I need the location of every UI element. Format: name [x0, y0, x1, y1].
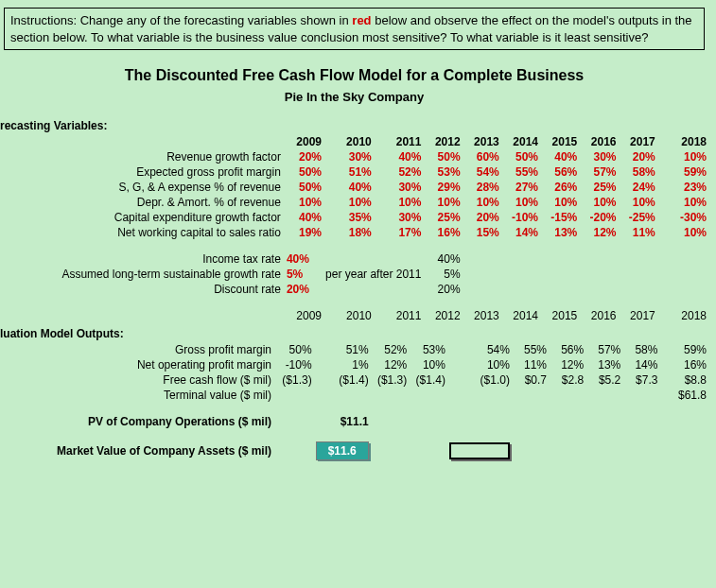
output-cell: ($1.3) — [275, 372, 314, 388]
forecast-cell[interactable]: 10% — [657, 149, 708, 164]
output-cell: 56% — [549, 342, 585, 357]
instructions-text-1: Instructions: Change any of the forecast… — [10, 13, 352, 27]
forecast-cell[interactable]: 25% — [579, 180, 618, 195]
forecast-cell[interactable]: 13% — [540, 225, 579, 240]
output-row: Gross profit margin50%51%52%53%54%55%56%… — [0, 342, 708, 357]
forecast-cell[interactable]: 56% — [540, 164, 579, 180]
forecast-cell[interactable]: -20% — [579, 210, 618, 225]
outputs-section-header: luation Model Outputs: — [0, 327, 708, 340]
forecast-cell[interactable]: 25% — [423, 210, 462, 225]
forecast-cell[interactable]: 53% — [423, 164, 462, 180]
forecast-cell[interactable]: 10% — [657, 225, 708, 240]
forecast-cell[interactable]: 35% — [323, 210, 374, 225]
output-cell: $2.8 — [549, 372, 585, 388]
row-label: Income tax rate — [0, 251, 285, 267]
forecast-cell[interactable]: 15% — [463, 225, 501, 240]
forecast-cell[interactable]: 20% — [285, 149, 323, 164]
pv-row: PV of Company Operations ($ mil) $11.1 — [0, 414, 708, 429]
forecast-cell[interactable]: 16% — [423, 225, 462, 240]
forecast-cell[interactable]: 10% — [323, 195, 374, 210]
assumption-note — [323, 282, 423, 297]
output-cell — [622, 388, 659, 403]
forecast-cell[interactable]: 24% — [619, 180, 657, 195]
assumption-row: Discount rate20%20% — [0, 282, 708, 297]
forecast-cell[interactable]: 26% — [540, 180, 579, 195]
year-header: 2018 — [657, 134, 708, 149]
forecast-cell[interactable]: 19% — [285, 225, 323, 240]
forecast-cell[interactable]: 40% — [374, 149, 424, 164]
year-header: 2017 — [619, 134, 657, 149]
assumption-value[interactable]: 40% — [285, 251, 323, 267]
forecast-cell[interactable]: 58% — [619, 164, 657, 180]
row-label: Free cash flow ($ mil) — [0, 372, 275, 388]
forecast-cell[interactable]: 29% — [423, 180, 462, 195]
forecast-cell[interactable]: 10% — [423, 195, 462, 210]
forecast-cell[interactable]: 10% — [374, 195, 424, 210]
forecast-cell[interactable]: 10% — [285, 195, 323, 210]
year-header-row-2: 2009 2010 2011 2012 2013 2014 2015 2016 … — [0, 308, 708, 323]
row-label: Discount rate — [0, 282, 285, 297]
forecast-cell[interactable]: 50% — [423, 149, 462, 164]
year-header: 2014 — [501, 134, 540, 149]
year-header: 2010 — [323, 134, 374, 149]
forecast-cell[interactable]: -30% — [657, 210, 708, 225]
forecast-cell[interactable]: 54% — [463, 164, 501, 180]
forecast-cell[interactable]: 10% — [463, 195, 501, 210]
output-cell: 54% — [447, 342, 512, 357]
forecast-cell[interactable]: 30% — [374, 210, 424, 225]
year-header-row: 2009 2010 2011 2012 2013 2014 2015 2016 … — [0, 134, 708, 149]
forecast-cell[interactable]: 28% — [463, 180, 501, 195]
forecast-cell[interactable]: 50% — [285, 164, 323, 180]
forecast-cell[interactable]: 60% — [463, 149, 501, 164]
year-header: 2010 — [323, 308, 374, 323]
row-label: Gross profit margin — [0, 342, 275, 357]
forecast-cell[interactable]: -25% — [619, 210, 657, 225]
forecast-cell[interactable]: -10% — [501, 210, 540, 225]
forecast-cell[interactable]: 14% — [501, 225, 540, 240]
output-cell: $61.8 — [659, 388, 708, 403]
forecast-cell[interactable]: -15% — [540, 210, 579, 225]
forecast-cell[interactable]: 30% — [579, 149, 618, 164]
output-cell: ($1.3) — [371, 372, 410, 388]
assumption-value[interactable]: 20% — [285, 282, 323, 297]
assumption-value[interactable]: 5% — [285, 267, 323, 282]
forecast-row: Depr. & Amort. % of revenue10%10%10%10%1… — [0, 195, 708, 210]
active-cell-cursor[interactable] — [449, 442, 510, 459]
year-header: 2009 — [285, 308, 323, 323]
forecast-cell[interactable]: 30% — [323, 149, 374, 164]
output-cell: $8.8 — [659, 372, 708, 388]
forecast-cell[interactable]: 52% — [374, 164, 424, 180]
forecast-cell[interactable]: 27% — [501, 180, 540, 195]
forecast-cell[interactable]: 23% — [657, 180, 708, 195]
year-header: 2015 — [540, 134, 579, 149]
forecast-cell[interactable]: 50% — [501, 149, 540, 164]
year-header: 2013 — [463, 308, 501, 323]
forecast-cell[interactable]: 55% — [501, 164, 540, 180]
forecast-cell[interactable]: 40% — [285, 210, 323, 225]
forecast-cell[interactable]: 10% — [501, 195, 540, 210]
forecast-cell[interactable]: 10% — [540, 195, 579, 210]
forecast-cell[interactable]: 59% — [657, 164, 708, 180]
forecast-cell[interactable]: 10% — [657, 195, 708, 210]
forecast-cell[interactable]: 17% — [374, 225, 424, 240]
forecast-cell[interactable]: 20% — [619, 149, 657, 164]
forecast-cell[interactable]: 51% — [323, 164, 374, 180]
row-label: Expected gross profit margin — [0, 164, 285, 180]
forecast-cell[interactable]: 20% — [463, 210, 501, 225]
forecast-cell[interactable]: 57% — [579, 164, 618, 180]
forecast-cell[interactable]: 18% — [323, 225, 374, 240]
forecast-cell[interactable]: 30% — [374, 180, 424, 195]
output-cell: $5.2 — [585, 372, 622, 388]
output-cell: 14% — [622, 357, 659, 372]
assumption-note: per year after 2011 — [323, 267, 423, 282]
forecast-cell[interactable]: 12% — [579, 225, 618, 240]
forecast-cell[interactable]: 11% — [619, 225, 657, 240]
forecast-cell[interactable]: 40% — [540, 149, 579, 164]
forecast-cell[interactable]: 10% — [619, 195, 657, 210]
forecast-cell[interactable]: 10% — [579, 195, 618, 210]
output-cell: 57% — [585, 342, 622, 357]
output-cell: 10% — [447, 357, 512, 372]
forecast-cell[interactable]: 50% — [285, 180, 323, 195]
output-cell: 10% — [409, 357, 447, 372]
forecast-cell[interactable]: 40% — [323, 180, 374, 195]
